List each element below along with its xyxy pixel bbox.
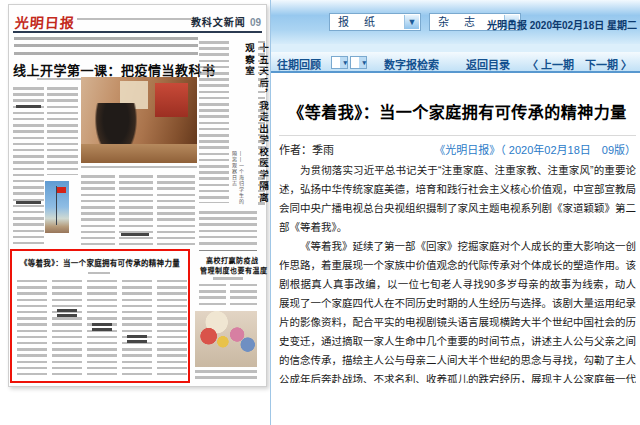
section-name: 教科文新闻 — [191, 14, 246, 29]
digital-search-link[interactable]: 数字报检索 — [384, 56, 439, 72]
micro-text-byline — [88, 272, 110, 275]
photo-desk-area — [81, 144, 197, 163]
photo-flag-raising — [45, 181, 69, 233]
micro-text-byline — [213, 277, 243, 280]
micro-subhead — [92, 323, 112, 326]
prev-issue-link[interactable]: 〈 上一期 — [527, 56, 574, 72]
micro-text-column — [199, 41, 229, 203]
return-toc-link[interactable]: 返回目录 — [466, 56, 510, 72]
newspaper-page-thumbnail[interactable]: 光明日报 教科文新闻 09 线上开学第一课：把疫情当教科书 — [8, 4, 267, 387]
micro-text-column — [52, 280, 82, 376]
page-number: 09 — [250, 17, 261, 28]
micro-text-column — [157, 175, 195, 245]
back-issues-link[interactable]: 往期回顾 — [277, 56, 321, 72]
paper-type-select[interactable]: 报 纸 ▼ — [329, 13, 421, 31]
highlighted-headline: 《等着我》：当一个家庭拥有可传承的精神力量 — [14, 257, 186, 268]
micro-subhead — [127, 335, 147, 338]
section-header: 教科文新闻 09 — [191, 14, 261, 29]
highlighted-article-region[interactable]: 《等着我》：当一个家庭拥有可传承的精神力量 — [10, 249, 190, 383]
article-paragraph: 为贯彻落实习近平总书记关于“注重家庭、注重家教、注重家风”的重要论述，弘扬中华传… — [279, 161, 636, 237]
photo-red-poster — [155, 83, 187, 117]
micro-text-column — [17, 280, 47, 376]
micro-subhead — [16, 105, 41, 108]
column-rule — [199, 250, 257, 251]
micro-text-column — [258, 41, 265, 205]
red-flag — [57, 187, 66, 193]
micro-subhead — [121, 233, 149, 236]
micro-subhead — [57, 314, 77, 317]
micro-text-column — [47, 87, 78, 175]
article-content: 《等着我》：当一个家庭拥有可传承的精神力量 作者：季雨 《光明日报》（ 2020… — [271, 73, 640, 425]
title-divider — [279, 135, 636, 136]
right-article-headline-2: 管理制度也要有温度 — [200, 265, 268, 275]
micro-text-photo-caption — [195, 370, 257, 379]
micro-text-column — [81, 175, 115, 245]
paper-type-select-value: 报 纸 — [338, 16, 381, 28]
masthead-rule — [13, 31, 262, 33]
micro-text-column — [157, 280, 187, 376]
photo-online-class — [81, 77, 197, 163]
micro-subhead — [127, 340, 147, 343]
next-issue-link[interactable]: 下一期 〉 — [585, 56, 632, 72]
micro-text-column — [230, 284, 257, 308]
article-author: 作者：季雨 — [279, 141, 334, 157]
issue-month-select[interactable]: ▾ — [350, 56, 367, 69]
micro-text-photo-caption — [81, 166, 197, 170]
article-source: 《光明日报》（ 2020年02月18日 09版） — [434, 141, 636, 157]
micro-text-column — [199, 284, 226, 308]
micro-text-lead — [14, 37, 198, 58]
chevron-down-icon[interactable]: ▼ — [404, 15, 419, 29]
vertical-headline: 十五天后，我走出学校医学隔离观察室 — [242, 43, 270, 205]
newspaper-masthead: 光明日报 — [14, 12, 75, 32]
micro-subhead — [16, 201, 41, 204]
magazine-type-select-value: 杂 志 — [438, 16, 481, 28]
reader-panel: 报 纸 ▼ 杂 志 ▼ 光明日报 2020年02月18日 星期二 往期回顾 ▾ … — [270, 0, 640, 425]
article-body: 为贯彻落实习近平总书记关于“注重家庭、注重家教、注重家风”的重要论述，弘扬中华传… — [279, 161, 636, 383]
micro-subhead — [57, 309, 77, 312]
toolbar: 往期回顾 ▾ ▾ 数字报检索 返回目录 〈 上一期 下一期 〉 — [271, 52, 640, 73]
micro-subhead — [92, 328, 112, 331]
top-bar: 报 纸 ▼ 杂 志 ▼ 光明日报 2020年02月18日 星期二 — [271, 0, 640, 44]
topbar-spacer — [271, 44, 640, 52]
photo-bottom-right — [195, 311, 257, 367]
micro-text-column — [13, 87, 44, 245]
right-article-headline-1: 高校打赢防疫战 — [206, 255, 259, 265]
issue-year-select[interactable]: ▾ — [331, 56, 348, 69]
micro-text-column — [122, 280, 152, 376]
app-root: 光明日报 教科文新闻 09 线上开学第一课：把疫情当教科书 — [0, 0, 640, 425]
micro-text-column — [199, 211, 257, 245]
micro-text-dateline — [77, 18, 191, 22]
masthead-date: 光明日报 2020年02月18日 星期二 — [487, 17, 637, 32]
article-title: 《等着我》：当一个家庭拥有可传承的精神力量 — [279, 99, 636, 123]
article-paragraph: 《等着我》延续了第一部《回家》挖掘家庭对个人成长的重大影响这一创作思路，着重展现… — [279, 237, 636, 383]
